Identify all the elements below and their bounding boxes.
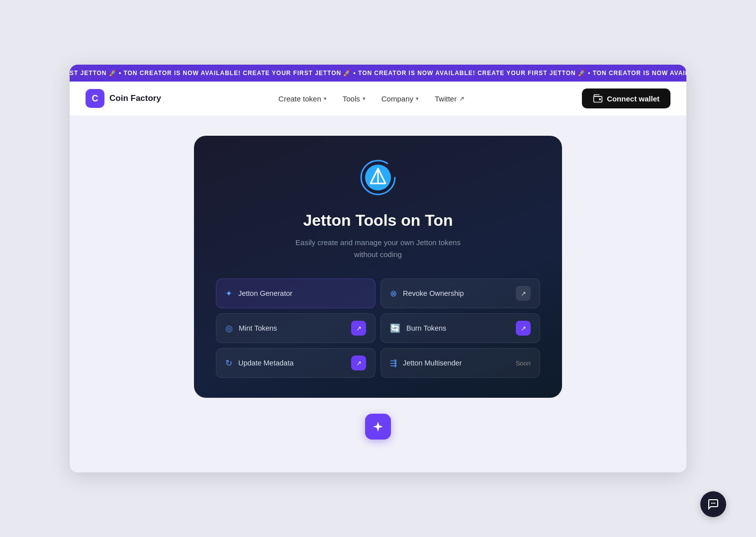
wallet-icon — [593, 93, 603, 103]
nav-create-token-label: Create token — [279, 94, 321, 103]
chat-fab-button[interactable] — [700, 491, 726, 517]
nav-links: Create token ▾ Tools ▾ Company ▾ Twitter… — [272, 90, 472, 107]
tool-label: Update Metadata — [238, 359, 345, 367]
nav-tools[interactable]: Tools ▾ — [336, 90, 373, 107]
svg-point-6 — [711, 503, 712, 504]
tool-label: Jetton Multisender — [403, 359, 510, 367]
nav-create-token[interactable]: Create token ▾ — [272, 90, 334, 107]
tool-arrow-purple: ↗ — [351, 356, 366, 370]
burn-icon: 🔄 — [390, 323, 400, 334]
ticker-bar: ST JETTON 🚀 • TON CREATOR IS NOW AVAILAB… — [70, 65, 686, 82]
chevron-down-icon: ▾ — [416, 95, 419, 102]
generator-icon: ✦ — [225, 288, 232, 299]
svg-point-1 — [599, 98, 601, 100]
nav-company[interactable]: Company ▾ — [375, 90, 426, 107]
tool-label: Revoke Ownership — [403, 289, 510, 297]
bottom-fab-button[interactable] — [365, 414, 391, 440]
revoke-icon: ⊗ — [390, 288, 397, 299]
hero-title: Jetton Tools on Ton — [303, 211, 453, 230]
chevron-down-icon: ▾ — [363, 95, 366, 102]
tool-mint-tokens[interactable]: ◎ Mint Tokens ↗ — [216, 313, 376, 343]
external-link-icon: ↗ — [459, 95, 465, 102]
tool-jetton-multisender[interactable]: ⇶ Jetton Multisender Soon — [380, 348, 540, 378]
navbar: C Coin Factory Create token ▾ Tools ▾ Co… — [70, 82, 686, 116]
tool-soon-badge: Soon — [516, 359, 531, 367]
ticker-text: ST JETTON 🚀 • TON CREATOR IS NOW AVAILAB… — [70, 70, 686, 77]
tool-jetton-generator[interactable]: ✦ Jetton Generator — [216, 278, 376, 308]
tool-burn-tokens[interactable]: 🔄 Burn Tokens ↗ — [380, 313, 540, 343]
nav-company-label: Company — [381, 94, 413, 103]
nav-tools-label: Tools — [343, 94, 360, 103]
tool-revoke-ownership[interactable]: ⊗ Revoke Ownership ↗ — [380, 278, 540, 308]
chat-icon — [707, 498, 719, 510]
tool-arrow: ↗ — [516, 286, 531, 301]
tool-label: Jetton Generator — [238, 289, 366, 297]
tool-label: Burn Tokens — [406, 324, 510, 332]
tool-update-metadata[interactable]: ↻ Update Metadata ↗ — [216, 348, 376, 378]
hero-subtitle: Easily create and manage your own Jetton… — [295, 237, 461, 261]
nav-twitter[interactable]: Twitter ↗ — [428, 90, 472, 107]
connect-wallet-button[interactable]: Connect wallet — [582, 89, 670, 108]
logo-text: Coin Factory — [109, 93, 161, 103]
svg-point-8 — [714, 503, 715, 504]
nav-twitter-label: Twitter — [435, 94, 457, 103]
mint-icon: ◎ — [225, 323, 233, 334]
tool-arrow-purple: ↗ — [516, 321, 531, 336]
main-content: Jetton Tools on Ton Easily create and ma… — [70, 116, 686, 472]
logo-area[interactable]: C Coin Factory — [86, 89, 161, 108]
svg-point-7 — [713, 503, 714, 504]
tool-arrow-purple: ↗ — [351, 321, 366, 336]
ton-logo — [358, 158, 398, 197]
sparkle-icon — [372, 421, 384, 433]
chevron-down-icon: ▾ — [324, 95, 327, 102]
tool-label: Mint Tokens — [239, 324, 345, 332]
logo-icon: C — [86, 89, 104, 108]
multisender-icon: ⇶ — [390, 358, 397, 368]
tool-grid: ✦ Jetton Generator ⊗ Revoke Ownership ↗ … — [216, 278, 540, 378]
connect-wallet-label: Connect wallet — [607, 94, 660, 103]
update-icon: ↻ — [225, 358, 232, 368]
hero-card: Jetton Tools on Ton Easily create and ma… — [194, 136, 562, 398]
